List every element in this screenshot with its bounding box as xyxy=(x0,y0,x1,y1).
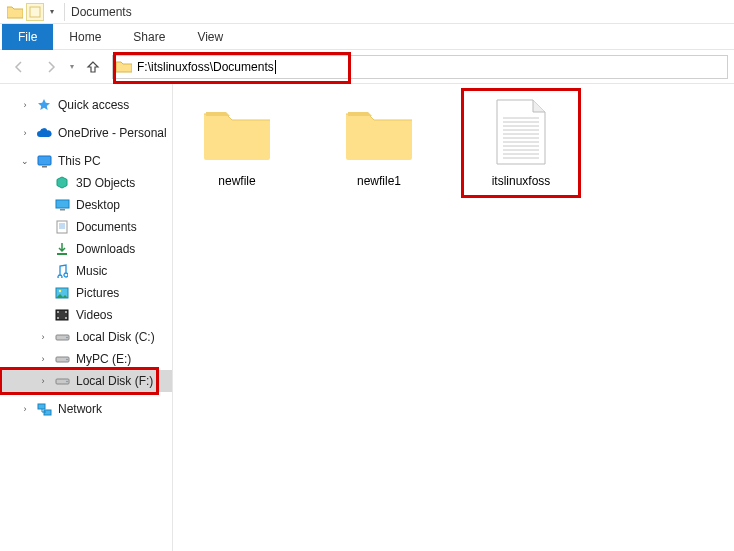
svg-rect-23 xyxy=(38,404,45,409)
quick-access-toolbar-icon[interactable] xyxy=(26,3,44,21)
nav-mypc-e[interactable]: › MyPC (E:) xyxy=(2,348,172,370)
drive-icon xyxy=(54,329,70,345)
svg-rect-15 xyxy=(65,311,67,313)
folder-icon xyxy=(341,98,417,168)
nav-local-disk-c[interactable]: › Local Disk (C:) xyxy=(2,326,172,348)
folder-icon xyxy=(199,98,275,168)
desktop-icon xyxy=(54,197,70,213)
svg-rect-3 xyxy=(56,200,69,208)
tab-home[interactable]: Home xyxy=(53,24,117,50)
svg-rect-5 xyxy=(57,221,67,233)
svg-point-18 xyxy=(66,337,68,339)
nav-label: Local Disk (C:) xyxy=(76,330,155,344)
nav-this-pc[interactable]: ⌄ This PC xyxy=(2,150,172,172)
file-label: itslinuxfoss xyxy=(492,174,551,188)
back-button[interactable] xyxy=(6,54,32,80)
drive-icon xyxy=(54,351,70,367)
nav-pictures[interactable]: Pictures xyxy=(2,282,172,304)
documents-icon xyxy=(54,219,70,235)
nav-3d-objects[interactable]: 3D Objects xyxy=(2,172,172,194)
network-icon xyxy=(36,401,52,417)
svg-rect-4 xyxy=(60,209,65,211)
nav-label: Music xyxy=(76,264,107,278)
svg-rect-1 xyxy=(38,156,51,165)
svg-rect-13 xyxy=(57,311,59,313)
pc-icon xyxy=(36,153,52,169)
nav-label: OneDrive - Personal xyxy=(58,126,167,140)
cube-icon xyxy=(54,175,70,191)
nav-label: Documents xyxy=(76,220,137,234)
download-icon xyxy=(54,241,70,257)
file-label: newfile xyxy=(218,174,255,188)
svg-rect-2 xyxy=(42,166,47,168)
nav-downloads[interactable]: Downloads xyxy=(2,238,172,260)
navigation-pane: › Quick access › OneDrive - Personal ⌄ xyxy=(0,84,173,551)
tab-file[interactable]: File xyxy=(2,24,53,50)
nav-videos[interactable]: Videos xyxy=(2,304,172,326)
svg-point-11 xyxy=(59,290,61,292)
tab-view[interactable]: View xyxy=(181,24,239,50)
up-button[interactable] xyxy=(80,54,106,80)
svg-rect-16 xyxy=(65,317,67,319)
divider xyxy=(64,3,65,21)
address-bar[interactable]: F:\itslinuxfoss\Documents xyxy=(112,55,728,79)
nav-onedrive[interactable]: › OneDrive - Personal xyxy=(2,122,172,144)
chevron-right-icon: › xyxy=(38,332,48,342)
recent-locations-chevron-icon[interactable]: ▾ xyxy=(70,62,74,71)
folder-item[interactable]: newfile xyxy=(187,98,287,188)
tab-share[interactable]: Share xyxy=(117,24,181,50)
chevron-right-icon: › xyxy=(20,128,30,138)
nav-label: Network xyxy=(58,402,102,416)
navigation-row: ▾ F:\itslinuxfoss\Documents xyxy=(0,50,734,84)
svg-point-22 xyxy=(66,381,68,383)
nav-network[interactable]: › Network xyxy=(2,398,172,420)
nav-label: 3D Objects xyxy=(76,176,135,190)
videos-icon xyxy=(54,307,70,323)
ribbon: File Home Share View xyxy=(0,24,734,50)
nav-local-disk-f[interactable]: › Local Disk (F:) xyxy=(2,370,172,392)
svg-rect-9 xyxy=(57,253,67,255)
chevron-right-icon: › xyxy=(20,100,30,110)
file-list: newfile newfile1 xyxy=(173,84,734,551)
svg-rect-0 xyxy=(30,7,40,17)
text-file-icon xyxy=(483,98,559,168)
nav-label: Videos xyxy=(76,308,112,322)
qat-customize-chevron-icon[interactable]: ▾ xyxy=(46,7,58,16)
svg-point-20 xyxy=(66,359,68,361)
pictures-icon xyxy=(54,285,70,301)
folder-item[interactable]: newfile1 xyxy=(329,98,429,188)
nav-label: MyPC (E:) xyxy=(76,352,131,366)
folder-icon xyxy=(113,60,135,73)
file-label: newfile1 xyxy=(357,174,401,188)
cloud-icon xyxy=(36,125,52,141)
chevron-right-icon: › xyxy=(20,404,30,414)
chevron-right-icon: › xyxy=(38,376,48,386)
nav-quick-access[interactable]: › Quick access xyxy=(2,94,172,116)
music-icon xyxy=(54,263,70,279)
svg-rect-14 xyxy=(57,317,59,319)
forward-button[interactable] xyxy=(38,54,64,80)
address-text[interactable]: F:\itslinuxfoss\Documents xyxy=(135,60,727,74)
drive-icon xyxy=(54,373,70,389)
nav-documents[interactable]: Documents xyxy=(2,216,172,238)
star-icon xyxy=(36,97,52,113)
folder-icon xyxy=(6,3,24,21)
nav-label: Downloads xyxy=(76,242,135,256)
nav-label: This PC xyxy=(58,154,101,168)
title-bar: ▾ Documents xyxy=(0,0,734,24)
nav-label: Quick access xyxy=(58,98,129,112)
nav-label: Pictures xyxy=(76,286,119,300)
nav-music[interactable]: Music xyxy=(2,260,172,282)
window-title: Documents xyxy=(71,5,132,19)
text-file-item[interactable]: itslinuxfoss xyxy=(471,98,571,188)
chevron-down-icon: ⌄ xyxy=(20,156,30,166)
nav-label: Local Disk (F:) xyxy=(76,374,153,388)
nav-label: Desktop xyxy=(76,198,120,212)
nav-desktop[interactable]: Desktop xyxy=(2,194,172,216)
chevron-right-icon: › xyxy=(38,354,48,364)
